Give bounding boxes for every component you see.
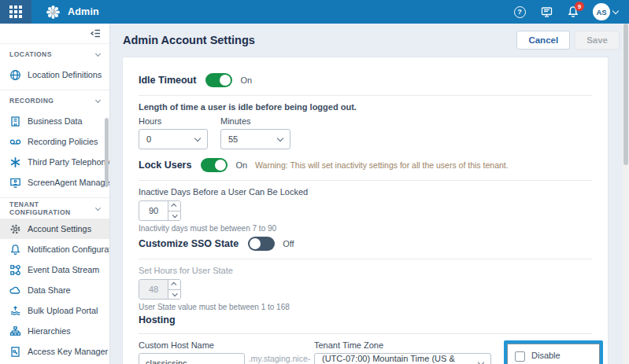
save-button[interactable]: Save — [575, 31, 620, 50]
minutes-field: Minutes 55 — [220, 116, 290, 149]
user-state-hours-helper: User State value must be between 1 to 16… — [139, 303, 592, 311]
sidebar-item-label: Data Share — [28, 285, 71, 295]
tenant-time-zone-label: Tenant Time Zone — [314, 340, 491, 350]
minutes-label: Minutes — [220, 116, 290, 126]
sidebar-item-data-share[interactable]: Data Share — [0, 280, 109, 300]
tenant-time-zone-select[interactable]: (UTC-07:00) Mountain Time (US & Canada) — [314, 353, 491, 364]
nodes-icon — [9, 264, 21, 276]
chevron-down-icon — [194, 134, 201, 141]
grid-icon — [9, 6, 22, 18]
sidebar: LOCATIONS Location Definitions RECORDING… — [0, 24, 110, 364]
sidebar-item-access-key-manager[interactable]: Access Key Manager — [0, 341, 109, 362]
help-icon: ? — [514, 6, 526, 18]
customize-sso-toggle[interactable] — [248, 237, 275, 251]
user-state-hours-label: Set Hours for User State — [139, 266, 592, 275]
hours-select[interactable]: 0 — [139, 129, 208, 149]
page-title: Admin Account Settings — [123, 34, 255, 46]
lock-users-warning: Warning: This will set inactivity settin… — [255, 160, 509, 170]
idle-timeout-row: Idle Timeout On — [139, 73, 592, 87]
sidebar-scrollbar-thumb[interactable] — [105, 118, 109, 187]
custom-host-input[interactable] — [139, 353, 245, 364]
hosting-row: Custom Host Name .my.staging.nice-incont… — [139, 340, 592, 364]
sidebar-item-hierarchies[interactable]: Hierarchies — [0, 321, 109, 341]
sidebar-section-recording: RECORDING Business Data Recording Polici… — [0, 90, 109, 198]
app-name: Admin — [68, 6, 99, 17]
page-header: Admin Account Settings Cancel Save — [110, 24, 629, 57]
idle-timeout-state: On — [240, 75, 252, 85]
lock-users-toggle[interactable] — [201, 158, 228, 172]
hosting-heading: Hosting — [139, 314, 592, 325]
sidebar-item-location-definitions[interactable]: Location Definitions — [0, 64, 109, 85]
sidebar-item-bulk-upload-portal[interactable]: Bulk Upload Portal — [0, 300, 109, 321]
cloud-icon — [9, 285, 21, 296]
sidebar-item-screenagent-manager[interactable]: ScreenAgent Manager — [0, 172, 109, 193]
disable-marketing-panel-label: Disable Marketing Panel — [531, 350, 591, 364]
page-scrollbar[interactable] — [623, 24, 629, 364]
increment-button[interactable] — [168, 201, 180, 211]
settings-card: Idle Timeout On Length of time a user is… — [122, 57, 609, 364]
inactive-days-label: Inactive Days Before a User Can Be Locke… — [139, 187, 592, 197]
main-content: Admin Account Settings Cancel Save Idle … — [110, 24, 629, 364]
chevron-up-icon — [171, 204, 176, 209]
sidebar-item-account-settings[interactable]: Account Settings — [0, 219, 109, 239]
user-state-hours-stepper[interactable]: 48 — [139, 279, 181, 300]
cancel-button[interactable]: Cancel — [516, 31, 570, 50]
building-icon — [9, 116, 21, 127]
key-file-icon — [9, 346, 21, 358]
sidebar-item-event-data-stream[interactable]: Event Data Stream — [0, 259, 109, 280]
customize-sso-state: Off — [283, 239, 294, 248]
voicemail-icon — [9, 136, 21, 148]
sidebar-item-label: Access Key Manager — [28, 347, 108, 356]
user-menu[interactable]: AS — [593, 3, 618, 20]
sidebar-item-label: ScreenAgent Manager — [28, 178, 110, 187]
chevron-down-icon — [277, 134, 283, 141]
upload-layers-icon — [9, 305, 21, 317]
hours-label: Hours — [139, 116, 208, 126]
screen-user-icon — [9, 177, 21, 189]
sidebar-item-recording-policies[interactable]: Recording Policies — [0, 131, 109, 152]
avatar: AS — [593, 3, 610, 20]
sidebar-section-header-tenant-configuration[interactable]: TENANT CONFIGURATION — [0, 198, 109, 219]
sidebar-item-label: Account Settings — [28, 224, 91, 233]
customize-sso-row: Customize SSO State Off — [139, 237, 592, 251]
decrement-button[interactable] — [168, 289, 180, 300]
asterisk-icon — [9, 156, 21, 168]
chevron-down-icon — [95, 50, 101, 56]
sidebar-item-notification-configuration[interactable]: Notification Configuration — [0, 239, 109, 259]
custom-host-label: Custom Host Name — [139, 340, 245, 350]
globe-icon — [9, 69, 21, 81]
page-scrollbar-thumb[interactable] — [623, 24, 628, 165]
sidebar-section-header-recording[interactable]: RECORDING — [0, 90, 109, 111]
decrement-button[interactable] — [168, 211, 180, 221]
host-suffix: .my.staging.nice-incontact.com — [245, 340, 314, 364]
minutes-select[interactable]: 55 — [220, 129, 290, 149]
increment-button[interactable] — [168, 280, 180, 289]
tenant-time-zone-field: Tenant Time Zone (UTC-07:00) Mountain Ti… — [314, 340, 491, 364]
sidebar-item-label: Event Data Stream — [28, 265, 99, 274]
sidebar-item-label: Recording Policies — [28, 137, 98, 146]
app-launcher-button[interactable] — [0, 0, 31, 24]
sidebar-item-business-data[interactable]: Business Data — [0, 111, 109, 131]
collapse-sidebar-icon[interactable] — [90, 28, 102, 39]
idle-timeout-label: Idle Timeout — [139, 75, 196, 86]
notifications-button[interactable]: 9 — [566, 5, 580, 19]
inactive-days-stepper[interactable]: 90 — [139, 200, 181, 221]
sidebar-item-third-party-telephony[interactable]: Third Party Telephony — [0, 152, 109, 172]
sidebar-section-header-locations[interactable]: LOCATIONS — [0, 44, 109, 64]
disable-marketing-panel-checkbox[interactable] — [515, 351, 525, 362]
announcements-button[interactable] — [539, 5, 553, 19]
user-state-hours-value: 48 — [139, 280, 168, 299]
sidebar-item-label: Bulk Upload Portal — [28, 306, 98, 315]
lock-users-row: Lock Users On Warning: This will set ina… — [139, 158, 592, 172]
sidebar-section-tenant-configuration: TENANT CONFIGURATION Account Settings No… — [0, 198, 109, 364]
custom-host-field: Custom Host Name — [139, 340, 245, 364]
lock-users-state: On — [235, 160, 247, 170]
help-button[interactable]: ? — [512, 5, 527, 19]
presentation-screen-icon — [540, 6, 553, 19]
idle-timeout-toggle[interactable] — [205, 73, 232, 87]
chevron-down-icon — [172, 212, 178, 218]
chevron-down-icon — [95, 97, 101, 102]
chevron-down-icon — [95, 205, 101, 211]
lock-users-label: Lock Users — [139, 160, 191, 171]
admin-logo-icon — [46, 5, 61, 20]
